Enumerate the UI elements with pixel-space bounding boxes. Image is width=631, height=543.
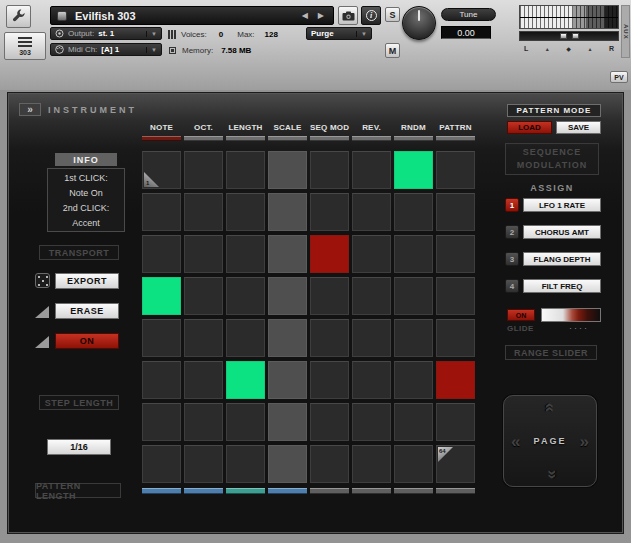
assign-slot-badge-4[interactable]: 4 (505, 279, 519, 293)
list-lines-icon (18, 37, 32, 47)
dropdown-arrow-icon: ▼ (146, 31, 157, 37)
pan-center-diamond-icon: ◆ (566, 45, 571, 52)
performance-view-button[interactable]: PV (610, 71, 628, 83)
assign-slot-badge-3[interactable]: 3 (505, 252, 519, 266)
info-icon: i (366, 10, 377, 21)
instrument-title: Evilfish 303 (75, 10, 136, 22)
assign-row-4: 4FILT FREQ (505, 279, 601, 293)
knob-pointer (418, 10, 420, 21)
aux-panel-toggle[interactable]: AUX (621, 5, 630, 58)
purge-label: Purge (311, 29, 334, 38)
assign-row-1: 1LFO 1 RATE (505, 198, 601, 212)
wrench-icon (11, 9, 26, 24)
pan-labels: L ▴ ◆ ▴ R (519, 42, 619, 54)
dropdown-arrow-icon: ▼ (356, 31, 367, 37)
snapshot-camera-button[interactable] (338, 6, 358, 25)
pan-sliders[interactable] (519, 31, 619, 41)
instrument-nav: ◀ ▶ (302, 11, 333, 20)
memory-status: Memory: 7.58 MB (168, 44, 251, 56)
pan-cap-left[interactable] (560, 33, 567, 39)
page-left-icon[interactable]: « (511, 433, 520, 450)
tune-knob[interactable] (402, 6, 436, 40)
midi-value: [A] 1 (101, 45, 119, 54)
assign-slot-badge-1[interactable]: 1 (505, 198, 519, 212)
memory-value: 7.58 MB (221, 46, 251, 55)
page-right-icon[interactable]: » (580, 433, 589, 450)
instrument-title-bar[interactable]: Evilfish 303 ◀ ▶ (50, 6, 334, 25)
pan-cap-right[interactable] (572, 33, 579, 39)
solo-button[interactable]: S (385, 7, 400, 22)
wrench-settings-button[interactable] (6, 5, 31, 28)
page-navigation-pad: « « PAGE » « (503, 395, 597, 487)
level-meters (519, 5, 619, 29)
glide-dots: ···· (569, 323, 589, 333)
assign-row-2: 2CHORUS AMT (505, 225, 601, 239)
voices-icon (168, 30, 176, 39)
output-dropdown[interactable]: Output: st. 1 ▼ (50, 27, 162, 40)
range-slider-label: RANGE SLIDER (505, 345, 597, 360)
meter-left-label: L (524, 45, 528, 52)
meter-right-label: R (609, 45, 614, 52)
assign-target-field[interactable]: CHORUS AMT (523, 225, 601, 239)
browser-303-button[interactable]: 303 (4, 32, 46, 60)
page-pad-label: PAGE (534, 436, 567, 446)
pan-tick-icon: ▴ (546, 45, 549, 52)
output-value: st. 1 (98, 29, 114, 38)
purge-dropdown[interactable]: Purge ▼ (306, 27, 372, 40)
memory-label: Memory: (182, 46, 213, 55)
midi-channel-dropdown[interactable]: Midi Ch: [A] 1 ▼ (50, 43, 162, 56)
max-value: 128 (265, 30, 278, 39)
memory-chip-icon (168, 46, 177, 55)
output-jack-icon (55, 29, 64, 38)
assign-row-3: 3FLANG DEPTH (505, 252, 601, 266)
next-instrument-icon[interactable]: ▶ (318, 11, 324, 20)
camera-icon (342, 11, 355, 21)
prev-instrument-icon[interactable]: ◀ (302, 11, 308, 20)
badge-303-label: 303 (19, 49, 31, 56)
dropdown-arrow-icon: ▼ (146, 47, 157, 53)
kontakt-header: 303 Evilfish 303 ◀ ▶ i S M Tune 0.00 L ▴… (0, 0, 631, 90)
voices-value: 0 (219, 30, 223, 39)
assign-target-field[interactable]: FLANG DEPTH (523, 252, 601, 266)
aux-label: AUX (623, 24, 629, 40)
midi-label: Midi Ch: (68, 45, 97, 54)
tune-label: Tune (441, 8, 496, 21)
assign-target-field[interactable]: LFO 1 RATE (523, 198, 601, 212)
output-label: Output: (68, 29, 94, 38)
voices-label: Voices: (181, 30, 207, 39)
level-meter-left (520, 6, 618, 17)
glide-on-button[interactable]: ON (507, 309, 535, 321)
page-up-icon[interactable]: « (542, 403, 559, 412)
assign-slot-badge-2[interactable]: 2 (505, 225, 519, 239)
tune-value[interactable]: 0.00 (441, 26, 491, 39)
mute-button[interactable]: M (385, 43, 400, 58)
glide-gradient-slider[interactable] (541, 308, 601, 322)
voices-status: Voices: 0 Max: 128 (168, 28, 278, 40)
page-down-icon[interactable]: « (542, 470, 559, 479)
glide-label: GLIDE (507, 324, 534, 333)
level-meter-right (520, 17, 618, 28)
evilfish-instrument-panel: » INSTRUMENT NOTEOCT.LENGTHSCALESEQ MODR… (8, 93, 623, 533)
midi-din-icon (55, 45, 64, 54)
pan-tick-icon: ▴ (588, 45, 591, 52)
instrument-collapse-icon[interactable] (57, 11, 67, 21)
instrument-info-button[interactable]: i (361, 6, 381, 25)
max-label: Max: (237, 30, 254, 39)
assign-target-field[interactable]: FILT FREQ (523, 279, 601, 293)
